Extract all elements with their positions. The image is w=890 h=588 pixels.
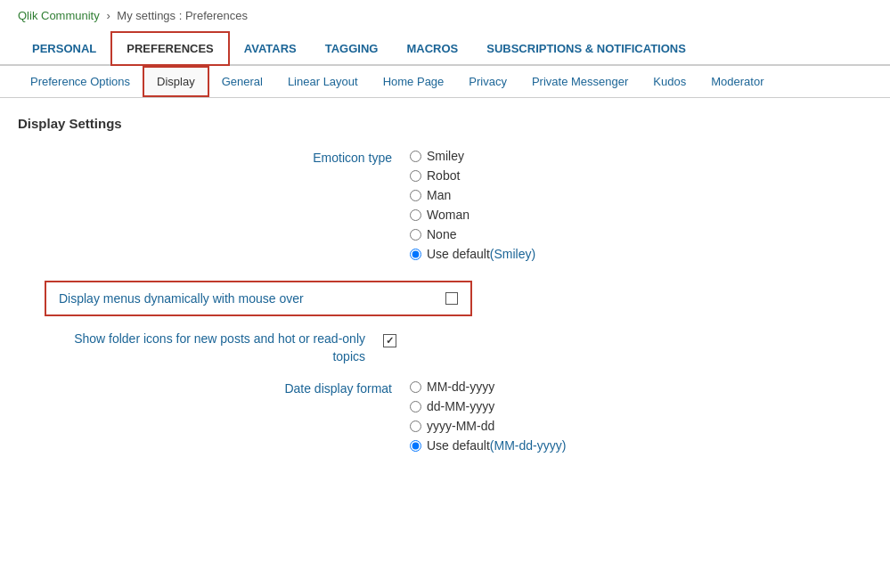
mouse-over-checkbox[interactable] bbox=[445, 292, 458, 305]
tab-subscriptions[interactable]: SUBSCRIPTIONS & NOTIFICATIONS bbox=[472, 33, 700, 64]
emoticon-option-smiley: Smiley bbox=[410, 149, 872, 163]
date-format-radio-mmddyyyy[interactable] bbox=[410, 381, 421, 393]
emoticon-radio-woman[interactable] bbox=[410, 209, 421, 221]
emoticon-label-none: None bbox=[427, 227, 456, 241]
emoticon-label: Emoticon type bbox=[18, 149, 410, 165]
folder-icons-checkbox-wrap: ✓ bbox=[383, 331, 396, 347]
date-format-options: MM-dd-yyyy dd-MM-yyyy yyyy-MM-dd Use def… bbox=[410, 380, 872, 458]
emoticon-option-robot: Robot bbox=[410, 168, 872, 183]
breadcrumb: Qlik Community › My settings : Preferenc… bbox=[0, 0, 890, 31]
breadcrumb-separator: › bbox=[106, 9, 110, 22]
primary-nav: PERSONAL PREFERENCES AVATARS TAGGING MAC… bbox=[0, 31, 890, 66]
emoticon-radio-default[interactable] bbox=[410, 249, 421, 260]
date-format-option-ddmmyyyy: dd-MM-yyyy bbox=[410, 399, 872, 413]
sec-tab-linear-layout[interactable]: Linear Layout bbox=[275, 68, 371, 95]
sec-tab-preference-options[interactable]: Preference Options bbox=[18, 68, 143, 95]
date-format-radio-yyyymmdd[interactable] bbox=[410, 421, 421, 432]
emoticon-option-default: Use default (Smiley) bbox=[410, 247, 872, 261]
emoticon-label-default: Use default bbox=[427, 247, 490, 261]
date-format-label-yyyymmdd: yyyy-MM-dd bbox=[427, 419, 494, 433]
tab-macros[interactable]: MACROS bbox=[392, 33, 472, 64]
emoticon-label-woman: Woman bbox=[427, 208, 469, 222]
breadcrumb-community-link[interactable]: Qlik Community bbox=[18, 9, 100, 22]
sec-tab-general[interactable]: General bbox=[209, 68, 275, 95]
folder-icons-checkbox[interactable]: ✓ bbox=[383, 334, 396, 347]
folder-icons-label: Show folder icons for new posts and hot … bbox=[18, 331, 383, 365]
date-format-option-mmddyyyy: MM-dd-yyyy bbox=[410, 380, 872, 394]
tab-avatars[interactable]: AVATARS bbox=[230, 33, 311, 64]
mouse-over-row: Display menus dynamically with mouse ove… bbox=[45, 281, 472, 316]
mouse-over-label: Display menus dynamically with mouse ove… bbox=[59, 291, 437, 306]
emoticon-label-man: Man bbox=[427, 188, 451, 202]
sec-tab-moderator[interactable]: Moderator bbox=[698, 68, 776, 95]
date-format-option-default: Use default (MM-dd-yyyy) bbox=[410, 438, 872, 453]
date-format-setting-row: Date display format MM-dd-yyyy dd-MM-yyy… bbox=[18, 380, 872, 458]
date-format-label: Date display format bbox=[18, 380, 410, 396]
emoticon-option-none: None bbox=[410, 227, 872, 241]
emoticon-label-smiley: Smiley bbox=[427, 149, 464, 163]
folder-icons-row: Show folder icons for new posts and hot … bbox=[18, 331, 872, 365]
emoticon-option-woman: Woman bbox=[410, 208, 872, 222]
tab-preferences[interactable]: PREFERENCES bbox=[110, 31, 230, 66]
breadcrumb-current: My settings : Preferences bbox=[117, 9, 248, 22]
emoticon-radio-smiley[interactable] bbox=[410, 151, 421, 162]
date-format-default-hint: (MM-dd-yyyy) bbox=[490, 438, 567, 453]
secondary-nav: Preference Options Display General Linea… bbox=[0, 66, 890, 98]
emoticon-options: Smiley Robot Man Woman None Use default … bbox=[410, 149, 872, 266]
date-format-label-ddmmyyyy: dd-MM-yyyy bbox=[427, 399, 494, 413]
tab-tagging[interactable]: TAGGING bbox=[311, 33, 393, 64]
main-content: Display Settings Emoticon type Smiley Ro… bbox=[0, 116, 890, 490]
tab-personal[interactable]: PERSONAL bbox=[18, 33, 110, 64]
sec-tab-privacy[interactable]: Privacy bbox=[456, 68, 519, 95]
sec-tab-kudos[interactable]: Kudos bbox=[641, 68, 698, 95]
sec-tab-private-messenger[interactable]: Private Messenger bbox=[519, 68, 641, 95]
date-format-label-mmddyyyy: MM-dd-yyyy bbox=[427, 380, 494, 394]
emoticon-setting-row: Emoticon type Smiley Robot Man Woman Non… bbox=[18, 149, 872, 266]
emoticon-radio-robot[interactable] bbox=[410, 170, 421, 182]
date-format-radio-default[interactable] bbox=[410, 440, 421, 452]
date-format-radio-ddmmyyyy[interactable] bbox=[410, 401, 421, 412]
emoticon-option-man: Man bbox=[410, 188, 872, 202]
folder-icons-checkmark: ✓ bbox=[386, 335, 394, 347]
emoticon-label-robot: Robot bbox=[427, 168, 460, 183]
date-format-label-default: Use default bbox=[427, 438, 490, 453]
emoticon-radio-none[interactable] bbox=[410, 229, 421, 241]
emoticon-default-hint: (Smiley) bbox=[490, 247, 535, 261]
date-format-option-yyyymmdd: yyyy-MM-dd bbox=[410, 419, 872, 433]
sec-tab-home-page[interactable]: Home Page bbox=[371, 68, 457, 95]
sec-tab-display[interactable]: Display bbox=[143, 66, 209, 97]
section-title: Display Settings bbox=[18, 116, 872, 131]
emoticon-radio-man[interactable] bbox=[410, 190, 421, 201]
